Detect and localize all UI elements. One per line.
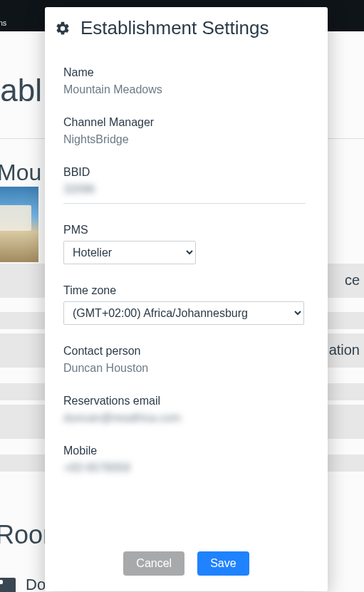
field-timezone: Time zone (GMT+02:00) Africa/Johannesbur… [63, 284, 309, 325]
field-contact-person: Contact person Duncan Houston [63, 345, 309, 375]
field-channel-manager: Channel Manager NightsBridge [63, 116, 309, 146]
field-reservations-email: Reservations email duncan@resafrica.com [63, 395, 309, 425]
field-value: Mountain Meadows [63, 83, 309, 96]
field-value: NightsBridge [63, 133, 309, 146]
establishment-settings-modal: Establishment Settings Name Mountain Mea… [45, 7, 328, 591]
field-label: Time zone [63, 284, 309, 297]
field-label: PMS [63, 224, 309, 237]
field-value: +83 6578059 [63, 462, 309, 474]
establishment-photo [0, 187, 38, 262]
save-button[interactable]: Save [197, 551, 249, 576]
nav-item-label: ations [0, 19, 6, 27]
info-row-text: ce [345, 264, 360, 297]
field-value: 32096 [63, 183, 306, 204]
cancel-button[interactable]: Cancel [123, 551, 184, 576]
field-label: Reservations email [63, 395, 309, 407]
field-label: Channel Manager [63, 116, 309, 129]
field-pms: PMS Hotelier [63, 224, 309, 264]
gear-icon [55, 21, 71, 36]
field-bbid: BBID 32096 [63, 166, 309, 204]
timezone-select[interactable]: (GMT+02:00) Africa/Johannesburg [63, 301, 304, 325]
modal-footer: Cancel Save [45, 539, 328, 591]
modal-body: Name Mountain Meadows Channel Manager Ni… [45, 46, 328, 539]
field-value: duncan@resafrica.com [63, 412, 309, 425]
field-name: Name Mountain Meadows [63, 66, 309, 96]
page-title: tabl [0, 73, 42, 108]
field-label: Mobile [63, 445, 309, 457]
field-mobile: Mobile +83 6578059 [63, 445, 309, 474]
modal-title: Establishment Settings [80, 17, 269, 39]
room-item-label: Do [26, 576, 46, 592]
room-item: Do [0, 576, 46, 592]
establishment-name: Mou [0, 160, 41, 186]
field-label: Contact person [63, 345, 309, 358]
field-label: BBID [63, 166, 309, 179]
bed-icon [0, 578, 16, 592]
field-value: Duncan Houston [63, 362, 309, 375]
pms-select[interactable]: Hotelier [63, 241, 196, 264]
modal-header: Establishment Settings [45, 7, 328, 46]
info-row-text: ation [329, 333, 360, 367]
field-label: Name [63, 66, 309, 79]
gears-icon [0, 6, 1, 20]
